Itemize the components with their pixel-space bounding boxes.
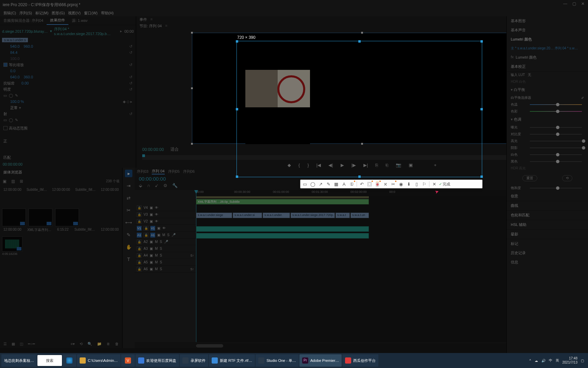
track-header-a6[interactable]: 🔒A6▣MSS↑ [135,266,196,273]
tray-net[interactable]: 中 [549,358,552,363]
reset-icon[interactable]: ↺ [129,87,132,92]
snip-arrow-icon[interactable]: ↗ [317,181,324,187]
tint-slider[interactable] [530,111,582,112]
close-button[interactable]: ✕ [581,1,585,6]
task-rtf[interactable]: 新建 RTF 文件.rtf… [209,354,255,367]
anchor-y[interactable]: 360.0 [24,75,33,79]
tab-events[interactable]: 事件 [140,17,147,22]
trash-icon[interactable]: 🗑 [115,342,119,346]
tone-section[interactable]: 色调 [514,117,521,121]
lut-value[interactable]: 无 [528,73,531,77]
tab-source[interactable]: 源: 1.wav [68,17,91,25]
track-header-v1[interactable]: V1🔒V1▣👁 [135,225,196,232]
tab-seq04[interactable]: 序列 04 [152,169,164,174]
contrast-slider[interactable] [530,134,582,135]
reset-icon[interactable]: ↺ [129,63,132,67]
video-clip[interactable]: s.w.a.t.under. [263,213,290,218]
tray-sound-icon[interactable]: 🔊 [541,359,545,363]
uniform-scale-checkbox[interactable] [3,63,7,67]
task-recorder[interactable]: 录屏软件 [180,354,208,367]
mask-rect-icon[interactable]: ▭ [3,93,7,98]
snip-ellipse-icon[interactable]: ◯ [310,181,316,187]
snip-mosaic-icon[interactable]: ▦ [333,181,339,187]
settings-icon[interactable]: ⚙ [163,183,167,188]
razor-tool[interactable]: ✂ [125,206,132,214]
tray-cloud-icon[interactable]: ☁ [535,359,538,363]
menu-graphics[interactable]: 图形(G) [51,11,65,16]
hand-tool[interactable]: ✋ [125,243,132,251]
temp-slider[interactable] [530,104,582,105]
task-search[interactable]: 搜索 [37,355,62,366]
track-header-a1[interactable]: A1🔒A1▣MS🎤 [135,232,196,239]
snip-text-icon[interactable]: A [341,181,347,187]
reset-icon[interactable]: ↺ [129,112,132,116]
tab-info[interactable]: 信息 [507,258,588,267]
tab-audio-mixer[interactable]: 音频剪辑混合器: 序列04 [0,17,47,25]
timeline-content[interactable]: 00:00 00:00:30:00 00:01:00:00 00:01:30:0… [196,190,506,342]
zoom-fit[interactable]: 适合 [170,147,179,152]
menu-sequence[interactable]: 序列(S) [19,11,33,16]
scale-value[interactable]: 84.4 [10,50,17,55]
type-tool[interactable]: T [125,256,132,263]
chevron-down-icon[interactable]: ▾ [50,29,52,33]
task-item[interactable]: 地总统刺杀案核… [1,354,37,367]
snip-download-icon[interactable]: ⬇ [406,181,412,187]
mask-ellipse-icon[interactable]: ◯ [9,93,13,98]
section-vignette[interactable]: 晕影 [507,230,588,239]
snip-ocr-icon[interactable]: ⿴ [366,181,373,187]
task-premiere[interactable]: PrAdobe Premier… [299,354,342,367]
eyedropper-icon[interactable]: ✐ [581,96,584,100]
snip-undo-icon[interactable]: ↶ [359,181,365,187]
saturation-slider[interactable] [530,188,582,188]
track-header-a5[interactable]: 🔒A5▣MS [135,259,196,266]
task-edge[interactable] [63,354,76,367]
section-curves[interactable]: 曲线 [507,201,588,211]
task-vpn[interactable]: V [121,354,135,367]
snip-done-button[interactable]: ✓完成 [439,182,450,187]
video-clip[interactable]: s.w.a.t.under.siege.2017.720p. [291,213,335,218]
bin-icon[interactable]: ▣ [3,179,6,184]
source-clip-a[interactable]: d.siege.2017.720p.bluray… [2,29,48,33]
opacity-value[interactable]: 100.0 % [10,99,24,104]
menu-view[interactable]: 视图(V) [67,11,81,16]
minimize-button[interactable]: — [563,1,568,6]
mask-ellipse-icon[interactable]: ◯ [9,118,13,122]
playhead-icon[interactable] [142,154,145,157]
track-header-v4[interactable]: 🔒V4▣👁 [135,204,196,211]
video-clip[interactable]: s.w.a.t.un [350,213,369,218]
timeline-scrollbar[interactable] [196,343,506,348]
bin-icon[interactable]: ⊞ [20,179,23,184]
whites-slider[interactable] [530,154,582,155]
tray-clock[interactable]: 17:48 2021/7/13 [562,356,578,365]
section-hsl[interactable]: HSL 辅助 [507,220,588,230]
wrench-icon[interactable]: 🔧 [172,183,178,188]
tab-essential-sound[interactable]: 基本声音 [507,26,588,35]
video-clip[interactable]: s.w.a.t [336,213,350,218]
icon-view-icon[interactable]: ▦ [12,342,15,346]
maximize-button[interactable]: ▢ [572,1,576,6]
project-item[interactable] [55,209,79,226]
timecode-left[interactable]: 00:00:00:00 [142,147,164,152]
freeform-icon[interactable]: ◫ [20,342,23,346]
track-header-v3[interactable]: 🔒V3▣👁 [135,211,196,218]
position-y[interactable]: 960.0 [24,44,33,48]
marker-icon[interactable]: ➹ [155,183,159,188]
tab-seq06[interactable]: 序列06 [183,169,195,174]
position-x[interactable]: 540.0 [10,44,20,48]
time-ruler[interactable]: 00:00 00:00:30:00 00:01:00:00 00:01:30:0… [196,190,506,196]
antiflicker-value[interactable]: 0.00 [21,81,29,85]
task-baidu[interactable]: 欢迎使用百度网盘 [135,354,179,367]
audio-clip[interactable] [196,226,369,232]
source-clip-b[interactable]: 序列 04 * s.w.a.t.under.siege.2017.720p.b… [54,27,118,36]
tab-history[interactable]: 历史记录 [507,248,588,258]
bin-icon[interactable]: ▥ [11,179,15,184]
snip-rect-icon[interactable]: ▭ [302,181,308,187]
panel-timecode[interactable]: 00:00:00:00 [0,161,136,168]
hdr-checkbox[interactable] [3,126,7,130]
find-icon[interactable]: 🔍 [87,342,92,346]
zoom-slider[interactable]: ━○━ [28,342,35,346]
tab-lumetri[interactable]: Lumetri 颜色 [507,35,588,44]
tab-seq03[interactable]: 序列03 [137,169,148,174]
video-clip[interactable]: s.w.a.t.under.si [233,213,262,218]
blend-mode[interactable]: 正常 [10,105,18,110]
